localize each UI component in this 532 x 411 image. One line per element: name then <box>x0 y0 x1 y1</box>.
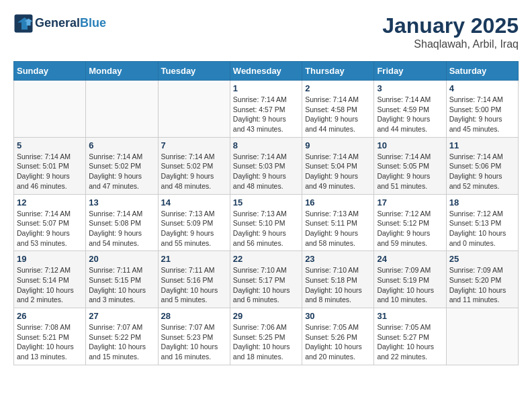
day-number: 24 <box>377 254 443 264</box>
calendar-cell: 25Sunrise: 7:09 AM Sunset: 5:20 PM Dayli… <box>446 251 518 308</box>
day-number: 15 <box>233 197 299 208</box>
calendar-cell: 19Sunrise: 7:12 AM Sunset: 5:14 PM Dayli… <box>14 251 86 308</box>
day-info: Sunrise: 7:08 AM Sunset: 5:21 PM Dayligh… <box>17 322 83 362</box>
calendar-cell: 8Sunrise: 7:14 AM Sunset: 5:03 PM Daylig… <box>230 137 302 194</box>
calendar-cell: 24Sunrise: 7:09 AM Sunset: 5:19 PM Dayli… <box>374 251 446 308</box>
day-number: 12 <box>17 197 83 208</box>
day-number: 23 <box>305 254 371 264</box>
day-number: 7 <box>161 140 227 150</box>
day-number: 6 <box>89 140 154 150</box>
day-info: Sunrise: 7:11 AM Sunset: 5:15 PM Dayligh… <box>89 265 154 305</box>
title-block: January 2025 Shaqlawah, Arbil, Iraq <box>382 13 519 50</box>
day-number: 29 <box>233 311 299 321</box>
calendar-cell: 9Sunrise: 7:14 AM Sunset: 5:04 PM Daylig… <box>302 137 374 194</box>
day-number: 19 <box>17 254 83 264</box>
day-info: Sunrise: 7:14 AM Sunset: 5:08 PM Dayligh… <box>89 209 154 248</box>
day-info: Sunrise: 7:14 AM Sunset: 5:02 PM Dayligh… <box>89 152 154 191</box>
day-number: 8 <box>233 140 299 150</box>
day-info: Sunrise: 7:06 AM Sunset: 5:25 PM Dayligh… <box>233 322 299 362</box>
day-info: Sunrise: 7:13 AM Sunset: 5:11 PM Dayligh… <box>305 209 371 248</box>
logo-general: General <box>35 16 80 30</box>
calendar-cell: 16Sunrise: 7:13 AM Sunset: 5:11 PM Dayli… <box>302 194 374 251</box>
calendar-cell: 26Sunrise: 7:08 AM Sunset: 5:21 PM Dayli… <box>14 308 86 365</box>
calendar-cell: 15Sunrise: 7:13 AM Sunset: 5:10 PM Dayli… <box>230 194 302 251</box>
calendar-cell: 29Sunrise: 7:06 AM Sunset: 5:25 PM Dayli… <box>230 308 302 365</box>
day-number: 10 <box>377 140 443 150</box>
day-number: 5 <box>17 140 83 150</box>
weekday-header: Monday <box>86 62 158 81</box>
calendar-cell: 21Sunrise: 7:11 AM Sunset: 5:16 PM Dayli… <box>158 251 230 308</box>
calendar-week-row: 19Sunrise: 7:12 AM Sunset: 5:14 PM Dayli… <box>14 251 519 308</box>
calendar-cell: 14Sunrise: 7:13 AM Sunset: 5:09 PM Dayli… <box>158 194 230 251</box>
calendar-cell: 2Sunrise: 7:14 AM Sunset: 4:58 PM Daylig… <box>302 81 374 138</box>
day-number: 14 <box>161 197 227 208</box>
day-number: 9 <box>305 140 371 150</box>
day-info: Sunrise: 7:12 AM Sunset: 5:14 PM Dayligh… <box>17 265 83 305</box>
weekday-header: Thursday <box>302 62 374 81</box>
calendar-week-row: 26Sunrise: 7:08 AM Sunset: 5:21 PM Dayli… <box>14 308 519 365</box>
calendar-cell: 17Sunrise: 7:12 AM Sunset: 5:12 PM Dayli… <box>374 194 446 251</box>
day-info: Sunrise: 7:14 AM Sunset: 5:02 PM Dayligh… <box>161 152 227 191</box>
day-info: Sunrise: 7:11 AM Sunset: 5:16 PM Dayligh… <box>161 265 227 305</box>
day-info: Sunrise: 7:05 AM Sunset: 5:27 PM Dayligh… <box>377 322 443 362</box>
calendar-cell: 30Sunrise: 7:05 AM Sunset: 5:26 PM Dayli… <box>302 308 374 365</box>
day-number: 18 <box>449 197 515 208</box>
weekday-header: Saturday <box>446 62 518 81</box>
weekday-header: Sunday <box>14 62 86 81</box>
day-number: 20 <box>89 254 154 264</box>
calendar-cell: 22Sunrise: 7:10 AM Sunset: 5:17 PM Dayli… <box>230 251 302 308</box>
day-info: Sunrise: 7:07 AM Sunset: 5:22 PM Dayligh… <box>89 322 154 362</box>
day-info: Sunrise: 7:10 AM Sunset: 5:17 PM Dayligh… <box>233 265 299 305</box>
day-info: Sunrise: 7:13 AM Sunset: 5:09 PM Dayligh… <box>161 209 227 248</box>
calendar-cell: 31Sunrise: 7:05 AM Sunset: 5:27 PM Dayli… <box>374 308 446 365</box>
day-info: Sunrise: 7:12 AM Sunset: 5:12 PM Dayligh… <box>377 209 443 248</box>
calendar-week-row: 5Sunrise: 7:14 AM Sunset: 5:01 PM Daylig… <box>14 137 519 194</box>
day-number: 27 <box>89 311 154 321</box>
calendar-cell: 13Sunrise: 7:14 AM Sunset: 5:08 PM Dayli… <box>86 194 158 251</box>
calendar-cell: 20Sunrise: 7:11 AM Sunset: 5:15 PM Dayli… <box>86 251 158 308</box>
calendar-cell: 28Sunrise: 7:07 AM Sunset: 5:23 PM Dayli… <box>158 308 230 365</box>
calendar-subtitle: Shaqlawah, Arbil, Iraq <box>382 38 519 50</box>
day-number: 31 <box>377 311 443 321</box>
day-info: Sunrise: 7:05 AM Sunset: 5:26 PM Dayligh… <box>305 322 371 362</box>
day-info: Sunrise: 7:14 AM Sunset: 4:58 PM Dayligh… <box>305 95 371 134</box>
calendar-cell: 5Sunrise: 7:14 AM Sunset: 5:01 PM Daylig… <box>14 137 86 194</box>
day-number: 16 <box>305 197 371 208</box>
day-info: Sunrise: 7:14 AM Sunset: 5:07 PM Dayligh… <box>17 209 83 248</box>
calendar-cell: 23Sunrise: 7:10 AM Sunset: 5:18 PM Dayli… <box>302 251 374 308</box>
day-info: Sunrise: 7:13 AM Sunset: 5:10 PM Dayligh… <box>233 209 299 248</box>
day-info: Sunrise: 7:14 AM Sunset: 5:04 PM Dayligh… <box>305 152 371 191</box>
calendar-cell: 7Sunrise: 7:14 AM Sunset: 5:02 PM Daylig… <box>158 137 230 194</box>
calendar-cell <box>446 308 518 365</box>
calendar-cell: 27Sunrise: 7:07 AM Sunset: 5:22 PM Dayli… <box>86 308 158 365</box>
day-number: 26 <box>17 311 83 321</box>
calendar-cell: 3Sunrise: 7:14 AM Sunset: 4:59 PM Daylig… <box>374 81 446 138</box>
calendar-cell: 18Sunrise: 7:12 AM Sunset: 5:13 PM Dayli… <box>446 194 518 251</box>
calendar-cell <box>14 81 86 138</box>
weekday-header: Wednesday <box>230 62 302 81</box>
day-info: Sunrise: 7:14 AM Sunset: 4:59 PM Dayligh… <box>377 95 443 134</box>
calendar-week-row: 12Sunrise: 7:14 AM Sunset: 5:07 PM Dayli… <box>14 194 519 251</box>
day-info: Sunrise: 7:14 AM Sunset: 4:57 PM Dayligh… <box>233 95 299 134</box>
calendar-cell: 1Sunrise: 7:14 AM Sunset: 4:57 PM Daylig… <box>230 81 302 138</box>
calendar-cell <box>158 81 230 138</box>
day-info: Sunrise: 7:14 AM Sunset: 5:06 PM Dayligh… <box>449 152 515 191</box>
page-header: GeneralBlue January 2025 Shaqlawah, Arbi… <box>13 13 519 50</box>
day-number: 28 <box>161 311 227 321</box>
calendar-cell <box>86 81 158 138</box>
day-info: Sunrise: 7:14 AM Sunset: 5:05 PM Dayligh… <box>377 152 443 191</box>
day-number: 22 <box>233 254 299 264</box>
calendar-cell: 11Sunrise: 7:14 AM Sunset: 5:06 PM Dayli… <box>446 137 518 194</box>
calendar-cell: 4Sunrise: 7:14 AM Sunset: 5:00 PM Daylig… <box>446 81 518 138</box>
day-info: Sunrise: 7:09 AM Sunset: 5:20 PM Dayligh… <box>449 265 515 305</box>
day-number: 3 <box>377 83 443 93</box>
calendar-cell: 10Sunrise: 7:14 AM Sunset: 5:05 PM Dayli… <box>374 137 446 194</box>
day-number: 1 <box>233 83 299 93</box>
day-number: 13 <box>89 197 154 208</box>
weekday-header-row: SundayMondayTuesdayWednesdayThursdayFrid… <box>14 62 519 81</box>
day-number: 11 <box>449 140 515 150</box>
logo: GeneralBlue <box>13 13 106 34</box>
calendar-cell: 12Sunrise: 7:14 AM Sunset: 5:07 PM Dayli… <box>14 194 86 251</box>
calendar-title: January 2025 <box>382 13 519 38</box>
calendar-table: SundayMondayTuesdayWednesdayThursdayFrid… <box>13 61 519 365</box>
